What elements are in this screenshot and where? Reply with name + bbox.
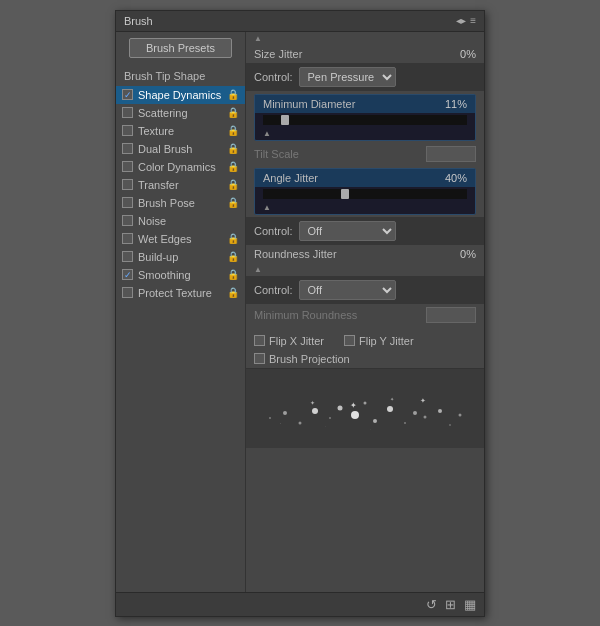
checkbox-wet-edges[interactable] (122, 233, 133, 244)
roundness-control-select[interactable]: Off Fade Pen Pressure (299, 280, 396, 300)
min-roundness-label: Minimum Roundness (254, 309, 357, 321)
sidebar-item-scattering[interactable]: Scattering 🔒 (116, 104, 245, 122)
svg-text:✦: ✦ (310, 400, 315, 406)
size-jitter-label: Size Jitter (254, 48, 441, 60)
lock-icon-transfer: 🔒 (227, 179, 239, 190)
svg-point-14 (449, 424, 451, 426)
tilt-scale-label: Tilt Scale (254, 148, 299, 160)
roundness-jitter-label: Roundness Jitter (254, 248, 441, 260)
angle-jitter-value: 40% (432, 172, 467, 184)
sidebar: Brush Presets Brush Tip Shape Shape Dyna… (116, 32, 246, 592)
roundness-jitter-row: Roundness Jitter 0% (246, 245, 484, 263)
label-dual-brush: Dual Brush (138, 143, 192, 155)
svg-point-9 (387, 406, 393, 412)
roundness-jitter-value: 0% (441, 248, 476, 260)
control-label-size: Control: (254, 71, 293, 83)
control-select-size[interactable]: Pen Pressure Off Fade Pen Tilt (299, 67, 396, 87)
checkbox-brush-pose[interactable] (122, 197, 133, 208)
checkbox-scattering[interactable] (122, 107, 133, 118)
brush-projection-label: Brush Projection (269, 353, 350, 365)
sidebar-item-smoothing[interactable]: Smoothing 🔒 (116, 266, 245, 284)
flip-x-item: Flip X Jitter (254, 335, 324, 347)
tilt-scale-input[interactable] (426, 146, 476, 162)
flip-row: Flip X Jitter Flip Y Jitter (246, 332, 484, 350)
brush-projection-item: Brush Projection (254, 353, 350, 365)
roundness-control-row: Control: Off Fade Pen Pressure (246, 276, 484, 304)
tilt-scale-row: Tilt Scale (246, 143, 484, 165)
sidebar-item-texture[interactable]: Texture 🔒 (116, 122, 245, 140)
brush-preview-area: ✦ ✦ ✦ ✦ · · · (246, 368, 484, 448)
title-controls: ◂▸ ≡ (456, 15, 476, 26)
checkbox-build-up[interactable] (122, 251, 133, 262)
svg-text:✦: ✦ (390, 396, 394, 402)
angle-control-row: Control: Off Fade Pen Pressure (246, 217, 484, 245)
sidebar-item-wet-edges[interactable]: Wet Edges 🔒 (116, 230, 245, 248)
lock-icon-brush-pose: 🔒 (227, 197, 239, 208)
min-roundness-row: Minimum Roundness (246, 304, 484, 326)
sidebar-item-shape-dynamics[interactable]: Shape Dynamics 🔒 (116, 86, 245, 104)
min-diameter-header: Minimum Diameter 11% (255, 95, 475, 113)
label-transfer: Transfer (138, 179, 179, 191)
flip-y-checkbox[interactable] (344, 335, 355, 346)
main-content: ▲ Size Jitter 0% Control: Pen Pressure O… (246, 32, 484, 592)
checkbox-smoothing[interactable] (122, 269, 133, 280)
checkbox-noise[interactable] (122, 215, 133, 226)
checkbox-protect-texture[interactable] (122, 287, 133, 298)
checkbox-texture[interactable] (122, 125, 133, 136)
checkbox-transfer[interactable] (122, 179, 133, 190)
label-build-up: Build-up (138, 251, 178, 263)
roundness-arrow: ▲ (246, 263, 484, 276)
label-texture: Texture (138, 125, 174, 137)
svg-point-2 (299, 422, 302, 425)
size-jitter-row: Size Jitter 0% (246, 45, 484, 63)
label-protect-texture: Protect Texture (138, 287, 212, 299)
flip-x-checkbox[interactable] (254, 335, 265, 346)
svg-point-12 (424, 416, 427, 419)
brush-preview-svg: ✦ ✦ ✦ ✦ · · · (250, 373, 480, 443)
label-wet-edges: Wet Edges (138, 233, 192, 245)
svg-point-6 (351, 411, 359, 419)
lock-icon-wet-edges: 🔒 (227, 233, 239, 244)
flip-x-label: Flip X Jitter (269, 335, 324, 347)
angle-jitter-thumb (341, 189, 349, 199)
lock-icon-smoothing: 🔒 (227, 269, 239, 280)
sidebar-item-color-dynamics[interactable]: Color Dynamics 🔒 (116, 158, 245, 176)
angle-jitter-track[interactable] (263, 189, 467, 199)
svg-point-0 (269, 417, 271, 419)
sidebar-item-build-up[interactable]: Build-up 🔒 (116, 248, 245, 266)
svg-text:✦: ✦ (350, 401, 357, 410)
checkbox-color-dynamics[interactable] (122, 161, 133, 172)
grid-icon[interactable]: ⊞ (445, 597, 456, 612)
min-diameter-section: Minimum Diameter 11% ▲ (254, 94, 476, 141)
panel-icon[interactable]: ▦ (464, 597, 476, 612)
brush-projection-checkbox[interactable] (254, 353, 265, 364)
panel-body: Brush Presets Brush Tip Shape Shape Dyna… (116, 32, 484, 592)
angle-control-label: Control: (254, 225, 293, 237)
label-color-dynamics: Color Dynamics (138, 161, 216, 173)
reset-icon[interactable]: ↺ (426, 597, 437, 612)
min-roundness-input[interactable] (426, 307, 476, 323)
collapse-icon[interactable]: ◂▸ (456, 15, 466, 26)
min-diameter-track[interactable] (263, 115, 467, 125)
sidebar-item-protect-texture[interactable]: Protect Texture 🔒 (116, 284, 245, 302)
brush-panel: Brush ◂▸ ≡ Brush Presets Brush Tip Shape… (115, 10, 485, 617)
sidebar-item-dual-brush[interactable]: Dual Brush 🔒 (116, 140, 245, 158)
sidebar-item-noise[interactable]: Noise (116, 212, 245, 230)
menu-icon[interactable]: ≡ (470, 15, 476, 26)
control-row-size: Control: Pen Pressure Off Fade Pen Tilt (246, 63, 484, 91)
svg-point-13 (438, 409, 442, 413)
svg-text:·: · (370, 427, 371, 432)
checkbox-shape-dynamics[interactable] (122, 89, 133, 100)
angle-jitter-section: Angle Jitter 40% ▲ (254, 168, 476, 215)
checkbox-dual-brush[interactable] (122, 143, 133, 154)
lock-icon-dual-brush: 🔒 (227, 143, 239, 154)
svg-text:✦: ✦ (420, 397, 426, 404)
size-jitter-arrow: ▲ (246, 32, 484, 45)
angle-control-select[interactable]: Off Fade Pen Pressure (299, 221, 396, 241)
brush-presets-button[interactable]: Brush Presets (129, 38, 232, 58)
sidebar-item-brush-pose[interactable]: Brush Pose 🔒 (116, 194, 245, 212)
sidebar-item-transfer[interactable]: Transfer 🔒 (116, 176, 245, 194)
label-smoothing: Smoothing (138, 269, 191, 281)
label-noise: Noise (138, 215, 166, 227)
panel-title-bar: Brush ◂▸ ≡ (116, 11, 484, 32)
